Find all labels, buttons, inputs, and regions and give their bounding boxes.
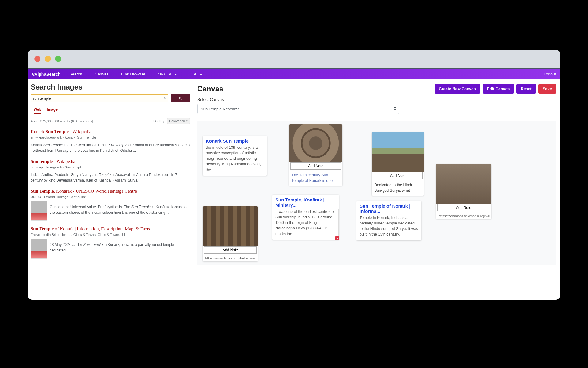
clear-search-icon[interactable]: × bbox=[164, 96, 167, 101]
result-stats-row: About 375,000,000 results (0.39 seconds)… bbox=[31, 116, 190, 126]
card-title-link[interactable]: Sun Temple, Konârak | Ministry... bbox=[272, 195, 339, 209]
result-tabs: Web Image bbox=[34, 107, 190, 114]
select-canvas-wrap: Sun Temple Research bbox=[197, 104, 399, 114]
tab-web[interactable]: Web bbox=[34, 107, 41, 114]
minimize-window-dot[interactable] bbox=[45, 56, 51, 62]
search-input-wrap: × bbox=[31, 94, 168, 102]
canvas-title: Canvas bbox=[197, 85, 223, 93]
card-image bbox=[436, 164, 491, 204]
select-canvas-label: Select Canvas bbox=[197, 97, 556, 102]
search-result: Sun Temple of Konark | Information, Desc… bbox=[31, 226, 190, 259]
sort-wrap: Sort by: Relevance ▾ bbox=[153, 118, 190, 124]
result-title-link[interactable]: Sun temple - Wikipedia bbox=[31, 159, 190, 164]
result-thumbnail[interactable] bbox=[31, 239, 47, 259]
canvas-area[interactable]: Konark Sun Temple the middle of 13th cen… bbox=[197, 121, 556, 265]
create-canvas-button[interactable]: Create New Canvas bbox=[435, 84, 480, 94]
result-cite: Encyclopedia Britannica› ...› Cities & T… bbox=[31, 233, 190, 236]
add-note-button[interactable]: Add Note bbox=[290, 162, 341, 170]
result-snippet: India · Andhra Pradesh · Surya Narayana … bbox=[31, 172, 190, 183]
window-titlebar bbox=[28, 50, 560, 68]
card-title-link[interactable]: Sun Temple of Konark | Informa... bbox=[356, 201, 421, 215]
sort-select[interactable]: Relevance ▾ bbox=[167, 118, 190, 124]
nav-cse[interactable]: CSE bbox=[189, 72, 202, 76]
nav-eink-browser[interactable]: EInk Browser bbox=[121, 72, 145, 76]
result-cite: en.wikipedia.org› wiki› Konark_Sun_Templ… bbox=[31, 136, 190, 139]
sort-label: Sort by: bbox=[153, 119, 165, 123]
select-canvas[interactable]: Sun Temple Research bbox=[197, 104, 399, 114]
card-url: https://commons.wikimedia.org/wil bbox=[436, 213, 491, 219]
search-button[interactable] bbox=[172, 94, 190, 102]
result-cite: en.wikipedia.org› wiki› Sun_temple bbox=[31, 165, 190, 169]
search-input[interactable] bbox=[31, 94, 168, 102]
searchbar-row: × bbox=[31, 94, 190, 102]
result-thumbnail[interactable] bbox=[31, 201, 47, 221]
close-window-dot[interactable] bbox=[34, 56, 40, 62]
main-content: Search Images × Web Image About 375,000,… bbox=[28, 79, 560, 300]
search-result: Konark Sun Temple - Wikipediaen.wikipedi… bbox=[31, 129, 190, 153]
result-snippet: Konark Sun Temple is a 13th-century CE H… bbox=[31, 142, 190, 153]
save-button[interactable]: Save bbox=[538, 84, 556, 94]
reset-button[interactable]: Reset bbox=[516, 84, 536, 94]
chevron-down-icon bbox=[173, 72, 177, 76]
result-title-link[interactable]: Sun Temple, Konârak - UNESCO World Herit… bbox=[31, 189, 190, 194]
page-title: Search Images bbox=[31, 83, 190, 91]
canvas-card-image[interactable]: Add Note https://commons.wikimedia.org/w… bbox=[436, 164, 491, 219]
edit-canvas-button[interactable]: Edit Canvas bbox=[483, 84, 514, 94]
browser-window: VAlphaSearch Search Canvas EInk Browser … bbox=[28, 50, 560, 300]
canvas-header: Canvas Create New Canvas Edit Canvas Res… bbox=[197, 84, 556, 94]
nav-logout[interactable]: Logout bbox=[544, 72, 556, 76]
add-note-button[interactable]: Add Note bbox=[373, 172, 423, 179]
canvas-panel: Canvas Create New Canvas Edit Canvas Res… bbox=[193, 79, 560, 300]
nav-search[interactable]: Search bbox=[69, 72, 82, 76]
add-note-button[interactable]: Add Note bbox=[437, 204, 490, 211]
canvas-card-image[interactable]: Add Note https://www.flickr.com/photos/a… bbox=[203, 206, 258, 261]
chevron-down-icon: ▾ bbox=[186, 119, 188, 123]
canvas-buttons: Create New Canvas Edit Canvas Reset Save bbox=[435, 84, 556, 94]
result-title-link[interactable]: Konark Sun Temple - Wikipedia bbox=[31, 129, 190, 134]
search-result: Sun temple - Wikipediaen.wikipedia.org› … bbox=[31, 159, 190, 183]
top-navbar: VAlphaSearch Search Canvas EInk Browser … bbox=[28, 68, 560, 79]
card-close-button[interactable]: x bbox=[335, 236, 339, 240]
maximize-window-dot[interactable] bbox=[55, 56, 61, 62]
nav-canvas[interactable]: Canvas bbox=[95, 72, 109, 76]
search-panel: Search Images × Web Image About 375,000,… bbox=[28, 79, 193, 300]
search-result: Sun Temple, Konârak - UNESCO World Herit… bbox=[31, 189, 190, 221]
card-image bbox=[289, 124, 342, 162]
card-body: It was one of the earliest centres of Su… bbox=[272, 209, 339, 240]
result-snippet: 23 May 2024 ... The Sun Temple in Konark… bbox=[50, 242, 190, 259]
canvas-card-text[interactable]: Konark Sun Temple the middle of 13th cen… bbox=[203, 136, 267, 176]
card-title-link[interactable]: Konark Sun Temple bbox=[203, 136, 267, 145]
brand-logo[interactable]: VAlphaSearch bbox=[32, 72, 61, 77]
card-body: the middle of 13th century, is a massive… bbox=[203, 145, 267, 176]
chevron-down-icon bbox=[198, 72, 202, 76]
add-note-button[interactable]: Add Note bbox=[204, 246, 257, 254]
card-image bbox=[372, 132, 424, 172]
card-caption: Dedicated to the Hindu Sun-god Surya, wh… bbox=[372, 181, 424, 196]
card-body: Temple in Konark, India, is a partially … bbox=[356, 215, 421, 240]
result-cite: UNESCO World Heritage Centre› list bbox=[31, 195, 190, 199]
result-snippet: Outstanding Universal Value. Brief synth… bbox=[50, 204, 190, 221]
canvas-card-image[interactable]: Add Note Dedicated to the Hindu Sun-god … bbox=[372, 132, 424, 196]
canvas-card-text[interactable]: Sun Temple of Konark | Informa... Temple… bbox=[356, 201, 421, 240]
card-caption: The 13th century Sun Temple at Konark is… bbox=[289, 171, 342, 186]
nav-my-cse[interactable]: My CSE bbox=[158, 72, 177, 76]
tab-image[interactable]: Image bbox=[47, 107, 58, 114]
results-list: Konark Sun Temple - Wikipediaen.wikipedi… bbox=[31, 127, 190, 259]
search-icon bbox=[179, 96, 183, 101]
canvas-card-image[interactable]: Add Note The 13th century Sun Temple at … bbox=[289, 124, 342, 186]
card-url: https://www.flickr.com/photos/asia bbox=[203, 255, 258, 261]
result-stats: About 375,000,000 results (0.39 seconds) bbox=[31, 119, 93, 123]
canvas-card-text[interactable]: Sun Temple, Konârak | Ministry... It was… bbox=[272, 195, 339, 240]
card-image bbox=[203, 206, 258, 246]
result-title-link[interactable]: Sun Temple of Konark | Information, Desc… bbox=[31, 226, 190, 232]
